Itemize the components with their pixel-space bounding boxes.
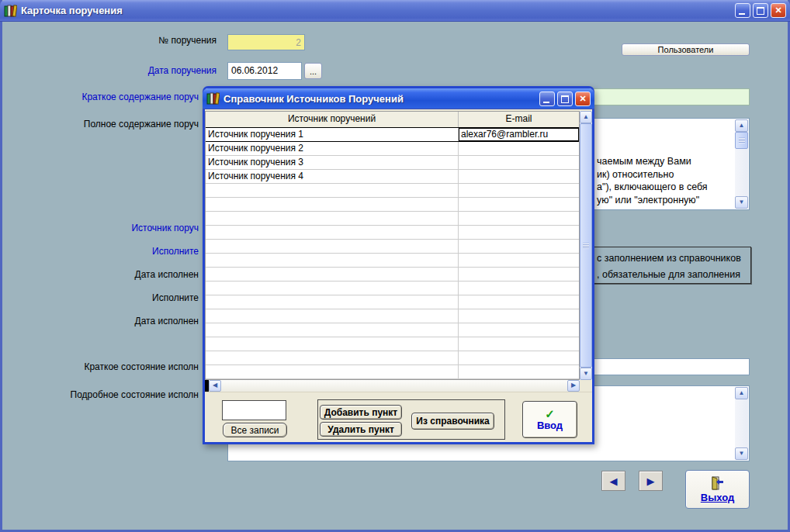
delete-item-button[interactable]: Удалить пункт [320, 422, 402, 437]
left-arrow-icon: ◀ [610, 475, 618, 487]
table-row[interactable] [206, 240, 579, 254]
detail-state-scrollbar[interactable]: ▲ ▼ [735, 387, 748, 460]
cell-email[interactable] [459, 142, 579, 155]
scroll-left-icon[interactable]: ◀ [209, 380, 221, 392]
table-header: Источник поручений E-mail [206, 112, 579, 128]
table-row[interactable] [206, 184, 579, 198]
cell-source[interactable] [206, 323, 459, 337]
table-row[interactable] [206, 226, 579, 240]
next-record-button[interactable]: ▶ [639, 471, 663, 491]
cell-email[interactable] [459, 268, 579, 281]
maximize-icon[interactable] [753, 3, 768, 18]
right-arrow-icon: ▶ [647, 475, 655, 487]
scroll-up-icon[interactable]: ▲ [735, 119, 748, 132]
full-content-scrollbar[interactable]: ▲ ▼ [735, 119, 748, 209]
prev-record-button[interactable]: ◀ [601, 471, 625, 491]
table-row[interactable] [206, 337, 579, 351]
cell-source[interactable] [206, 198, 459, 211]
cell-source[interactable]: Источник поручения 2 [206, 142, 459, 155]
table-row[interactable] [206, 268, 579, 282]
close-icon[interactable]: ✕ [771, 3, 786, 18]
scroll-right-icon[interactable]: ▶ [567, 380, 580, 392]
close-icon[interactable]: ✕ [575, 92, 591, 106]
minimize-icon[interactable] [539, 92, 555, 106]
full-content-text: чаемым между Вами ик) относительно а"), … [597, 155, 708, 210]
cell-source[interactable]: Источник поручения 4 [206, 170, 459, 183]
table-row[interactable] [206, 212, 579, 226]
header-source[interactable]: Источник поручений [206, 112, 459, 127]
dialog-title: Справочник Источников Поручений [223, 93, 537, 105]
cell-email[interactable] [459, 337, 579, 351]
cell-source[interactable] [206, 184, 459, 197]
table-row[interactable] [206, 198, 579, 212]
date-picker-button[interactable]: ... [304, 63, 322, 79]
cell-source[interactable]: Источник поручения 3 [206, 156, 459, 169]
scroll-up-icon[interactable]: ▲ [735, 387, 748, 399]
scroll-thumb[interactable] [580, 123, 592, 368]
cell-email[interactable] [459, 309, 579, 323]
table-row[interactable]: Источник поручения 1alexar76@rambler.ru [206, 127, 579, 142]
enter-button[interactable]: ✓ Ввод [522, 401, 577, 438]
table-row[interactable]: Источник поручения 3 [206, 156, 579, 170]
scroll-down-icon[interactable]: ▼ [735, 196, 748, 209]
cell-source[interactable] [206, 212, 459, 225]
scroll-down-icon[interactable]: ▼ [580, 368, 592, 380]
order-date-field[interactable]: 06.06.2012 [227, 62, 302, 80]
cell-source[interactable] [206, 282, 459, 295]
table-row[interactable] [206, 323, 579, 337]
cell-email[interactable] [459, 295, 579, 309]
short-state-label: Краткое состояние исполн [84, 361, 199, 372]
scroll-thumb[interactable] [735, 132, 748, 149]
cell-email[interactable] [459, 282, 579, 295]
table-hscrollbar[interactable]: ◀ ▶ [205, 380, 580, 392]
order-no-field[interactable]: 2 [227, 34, 305, 50]
table-row[interactable]: Источник поручения 2 [206, 142, 579, 156]
scroll-up-icon[interactable]: ▲ [580, 111, 592, 123]
cell-email[interactable] [459, 323, 579, 337]
cell-email[interactable] [459, 351, 579, 364]
cell-email[interactable] [459, 212, 579, 225]
cell-email[interactable] [459, 365, 579, 378]
cell-source[interactable] [206, 295, 459, 309]
table-vscrollbar[interactable]: ▲ ▼ [580, 111, 592, 380]
minimize-icon[interactable] [735, 3, 750, 18]
maximize-icon[interactable] [557, 92, 573, 106]
cell-source[interactable]: Источник поручения 1 [206, 128, 459, 141]
table-row[interactable] [206, 295, 579, 309]
header-email[interactable]: E-mail [459, 112, 579, 127]
cell-source[interactable] [206, 226, 459, 239]
cell-email[interactable] [459, 198, 579, 211]
cell-email[interactable] [459, 184, 579, 197]
order-date-label: Дата поручения [148, 65, 217, 76]
table-row[interactable] [206, 365, 579, 379]
filter-input[interactable] [222, 400, 286, 420]
exit-button[interactable]: Выход [685, 470, 750, 509]
table-row[interactable] [206, 309, 579, 323]
cell-email[interactable] [459, 170, 579, 183]
cell-email[interactable] [459, 156, 579, 169]
cell-source[interactable] [206, 240, 459, 253]
door-icon [710, 476, 726, 490]
add-item-button[interactable]: Добавить пункт [320, 405, 402, 420]
cell-source[interactable] [206, 337, 459, 351]
scroll-down-icon[interactable]: ▼ [735, 447, 748, 460]
cell-source[interactable] [206, 365, 459, 378]
cell-source[interactable] [206, 351, 459, 364]
cell-source[interactable] [206, 268, 459, 281]
cell-email[interactable] [459, 254, 579, 267]
table-row[interactable] [206, 282, 579, 295]
all-records-button[interactable]: Все записи [223, 423, 287, 437]
cell-source[interactable] [206, 254, 459, 267]
cell-email[interactable]: alexar76@rambler.ru [459, 128, 579, 141]
table-row[interactable]: Источник поручения 4 [206, 170, 579, 184]
cell-source[interactable] [206, 309, 459, 323]
cell-email[interactable] [459, 240, 579, 253]
users-button[interactable]: Пользователи [622, 43, 750, 56]
table-row[interactable] [206, 254, 579, 268]
exec-date2-label: Дата исполнен [135, 316, 199, 326]
directory-table: Источник поручений E-mail Источник поруч… [205, 111, 580, 380]
from-directory-button[interactable]: Из справочника [411, 413, 494, 430]
table-row[interactable] [206, 351, 579, 365]
books-icon [206, 92, 220, 105]
cell-email[interactable] [459, 226, 579, 239]
